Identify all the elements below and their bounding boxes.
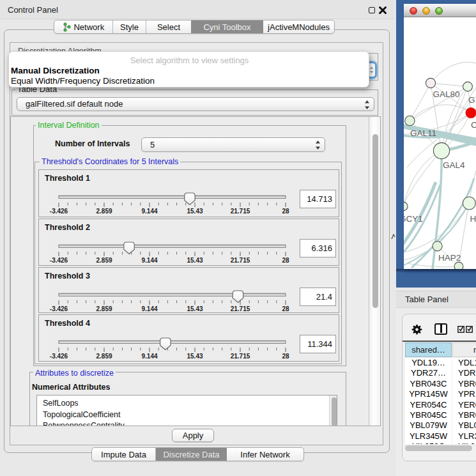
svg-text:28: 28: [282, 353, 289, 360]
svg-text:21.715: 21.715: [231, 305, 250, 312]
svg-text:9.144: 9.144: [141, 305, 157, 312]
svg-text:2.859: 2.859: [96, 208, 112, 215]
svg-text:9.144: 9.144: [141, 353, 157, 360]
svg-text:21.715: 21.715: [231, 208, 250, 215]
svg-text:2.859: 2.859: [96, 257, 112, 264]
svg-text:HAP2: HAP2: [438, 253, 461, 263]
svg-text:15.43: 15.43: [187, 305, 203, 312]
svg-text:G…: G…: [468, 95, 476, 105]
svg-text:28: 28: [282, 305, 289, 312]
svg-text:-3.426: -3.426: [50, 208, 68, 215]
svg-text:-3.426: -3.426: [50, 257, 68, 264]
svg-text:GAL11: GAL11: [410, 128, 436, 138]
svg-text:28: 28: [282, 208, 289, 215]
svg-text:21.715: 21.715: [231, 353, 250, 360]
svg-text:GAL80: GAL80: [433, 89, 460, 99]
svg-text:GCY1: GCY1: [404, 214, 423, 224]
svg-text:H: H: [470, 214, 476, 224]
svg-text:21.715: 21.715: [231, 257, 250, 264]
svg-text:GAL4: GAL4: [443, 160, 465, 170]
svg-text:9.144: 9.144: [141, 257, 157, 264]
svg-text:-3.426: -3.426: [50, 353, 68, 360]
svg-text:15.43: 15.43: [187, 257, 203, 264]
svg-text:2.859: 2.859: [96, 305, 112, 312]
svg-text:9.144: 9.144: [141, 208, 157, 215]
svg-text:2.859: 2.859: [96, 353, 112, 360]
svg-text:28: 28: [282, 257, 289, 264]
svg-text:C…: C…: [471, 120, 476, 130]
svg-text:-3.426: -3.426: [50, 305, 68, 312]
svg-text:15.43: 15.43: [187, 208, 203, 215]
svg-text:15.43: 15.43: [187, 353, 203, 360]
